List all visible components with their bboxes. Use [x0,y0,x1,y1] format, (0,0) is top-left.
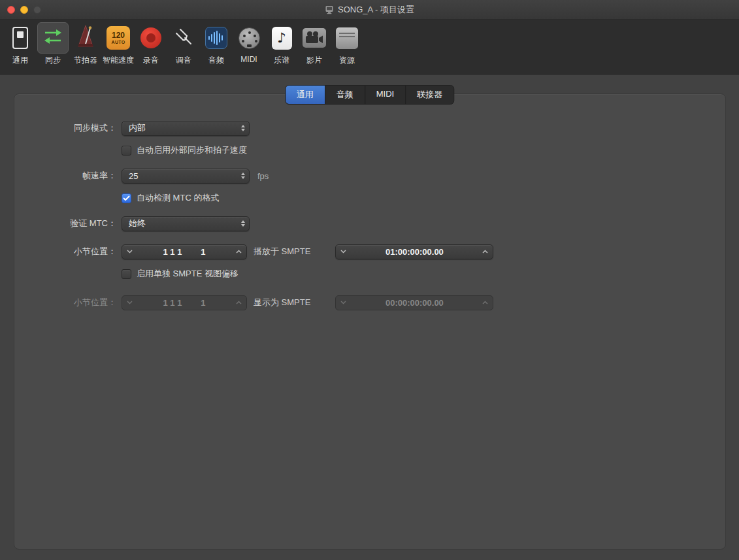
score-icon: ♪ [272,27,292,50]
bar-position-display-label: 小节位置： [14,297,116,308]
toolbar-item-midi[interactable]: MIDI [233,22,265,64]
sync-mode-popup[interactable]: 内部 [122,121,250,136]
decrement-chevron-icon [127,301,133,305]
toolbar-item-label: 录音 [143,55,159,66]
settings-toolbar: 通用 同步 [0,20,739,74]
decrement-chevron-icon[interactable] [340,250,346,254]
enable-separate-smpte-offset-row: 启用单独 SMPTE 视图偏移 [14,265,725,282]
popup-arrows-icon [241,173,245,179]
toolbar-item-smart-tempo[interactable]: 120 AUTO 智能速度 [103,22,134,66]
bar-position-play-value: 1 1 1 1 [133,247,236,257]
plays-at-smpte-label: 播放于 SMPTE [254,246,310,257]
bar-position-play-row: 小节位置： 1 1 1 1 播放于 SMPTE 01:00:00:00.00 [14,243,725,260]
popup-arrows-icon [241,125,245,131]
frame-rate-value: 25 [129,171,241,181]
toolbar-item-label: 通用 [12,55,28,66]
general-icon [12,27,28,49]
toolbar-item-label: 节拍器 [74,55,97,66]
toolbar-item-label: 音频 [208,55,224,66]
frame-rate-popup[interactable]: 25 [122,169,250,184]
toolbar-item-label: 调音 [176,55,191,66]
toolbar-item-assets[interactable]: 资源 [331,22,363,66]
minimize-button[interactable] [20,6,28,14]
bar-position-display-value: 1 1 1 1 [133,298,236,308]
popup-arrows-icon [241,220,245,227]
auto-detect-mtc-checkbox[interactable] [122,193,131,203]
sync-mode-row: 同步模式： 内部 [14,120,725,137]
toolbar-item-label: 智能速度 [103,55,134,66]
increment-chevron-icon[interactable] [482,250,488,254]
frame-rate-unit: fps [257,171,269,181]
tab-connectors[interactable]: 联接器 [406,86,453,104]
frame-rate-row: 帧速率： 25 fps [14,167,725,184]
tuning-fork-icon [172,25,195,50]
tab-general[interactable]: 通用 [286,86,325,104]
enable-separate-smpte-offset-checkbox[interactable] [122,269,131,279]
toolbar-item-sync[interactable]: 同步 [37,22,69,66]
toolbar-item-label: MIDI [240,55,257,64]
toolbar-item-score[interactable]: ♪ 乐谱 [266,22,297,66]
app-icon [325,5,334,14]
titlebar: SONG_A - 项目设置 [0,0,739,20]
tab-midi[interactable]: MIDI [365,86,406,104]
bar-position-play-stepper[interactable]: 1 1 1 1 [122,244,247,259]
smpte-play-value: 01:00:00:00.00 [346,247,482,257]
increment-chevron-icon[interactable] [236,250,242,254]
toolbar-item-label: 乐谱 [274,55,289,66]
decrement-chevron-icon [340,301,346,305]
traffic-lights [7,6,41,14]
auto-enable-external-sync-row: 自动启用外部同步和拍子速度 [14,142,725,159]
validate-mtc-value: 始终 [129,218,241,229]
validate-mtc-row: 验证 MTC： 始终 [14,215,725,232]
sync-icon [42,25,64,50]
toolbar-item-metronome[interactable]: 节拍器 [70,22,101,66]
sync-mode-label: 同步模式： [14,122,116,134]
auto-detect-mtc-label: 自动检测 MTC 的格式 [137,192,219,204]
smpte-display-stepper: 00:00:00:00.00 [335,295,493,310]
record-icon [140,27,161,48]
window-title-group: SONG_A - 项目设置 [325,4,414,16]
toolbar-item-audio[interactable]: 音频 [201,22,232,66]
decrement-chevron-icon[interactable] [127,250,133,254]
close-button[interactable] [7,6,15,14]
increment-chevron-icon [482,301,488,305]
midi-icon [238,27,260,49]
toolbar-item-tuning[interactable]: 调音 [168,22,199,66]
toolbar-item-recording[interactable]: 录音 [135,22,167,66]
tab-audio[interactable]: 音频 [325,86,365,104]
toolbar-item-label: 同步 [45,55,61,66]
bar-position-display-row: 小节位置： 1 1 1 1 显示为 SMPTE 00:00:00:00.00 [14,294,725,311]
audio-icon [205,27,227,49]
auto-enable-external-sync-label: 自动启用外部同步和拍子速度 [137,144,247,156]
settings-tab-bar: 通用 音频 MIDI 联接器 [285,85,454,105]
movie-camera-icon [303,28,326,48]
frame-rate-label: 帧速率： [14,170,116,182]
metronome-icon [75,24,96,52]
smpte-display-value: 00:00:00:00.00 [346,298,482,308]
enable-separate-smpte-offset-label: 启用单独 SMPTE 视图偏移 [137,268,238,280]
toolbar-item-label: 影片 [306,55,322,66]
displays-as-smpte-label: 显示为 SMPTE [254,297,310,308]
window-title: SONG_A - 项目设置 [338,4,414,16]
validate-mtc-popup[interactable]: 始终 [122,216,250,231]
auto-enable-external-sync-checkbox[interactable] [122,146,131,156]
bar-position-display-stepper: 1 1 1 1 [122,295,247,310]
auto-detect-mtc-row: 自动检测 MTC 的格式 [14,189,725,206]
validate-mtc-label: 验证 MTC： [14,218,116,229]
zoom-button[interactable] [33,6,41,14]
sync-mode-value: 内部 [129,122,241,134]
smart-tempo-icon: 120 AUTO [107,26,130,50]
settings-panel: 同步模式： 内部 自动启用外部同步和拍子速度 帧速率： 25 fps 自动检测 … [14,93,726,550]
toolbar-item-label: 资源 [339,55,355,66]
toolbar-item-movie[interactable]: 影片 [299,22,330,66]
toolbar-item-general[interactable]: 通用 [5,22,36,66]
smpte-play-stepper[interactable]: 01:00:00:00.00 [335,244,493,259]
increment-chevron-icon [236,301,242,305]
assets-icon [336,27,358,49]
bar-position-play-label: 小节位置： [14,246,116,257]
